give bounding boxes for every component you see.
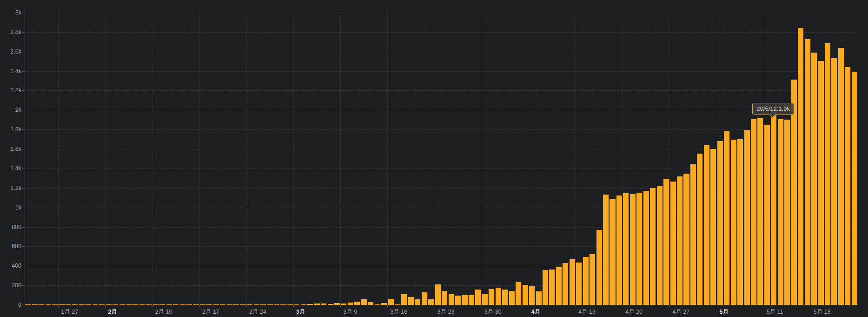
x-axis-label: 1月 27 [61, 308, 78, 316]
h-gridline [25, 110, 858, 110]
bar[interactable] [771, 117, 776, 305]
bar[interactable] [751, 119, 756, 305]
bar[interactable] [670, 182, 676, 305]
bar[interactable] [643, 191, 649, 305]
bar[interactable] [852, 72, 857, 305]
bar[interactable] [697, 154, 702, 305]
bar[interactable] [408, 297, 414, 305]
bar[interactable] [422, 292, 427, 305]
bar[interactable] [704, 145, 709, 305]
y-axis-label: 1.8k [1, 127, 21, 132]
bar[interactable] [805, 39, 810, 305]
bar[interactable] [489, 289, 494, 305]
bar[interactable] [724, 131, 729, 305]
bar[interactable] [455, 296, 461, 305]
x-axis-label: 3月 23 [437, 308, 455, 316]
bar[interactable] [657, 186, 663, 305]
y-axis-label: 3k [1, 10, 21, 15]
v-gridline [576, 13, 576, 305]
bar-chart: 02004006008001k1.2k1.4k1.6k1.8k2k2.2k2.4… [0, 0, 868, 317]
bar[interactable] [683, 174, 689, 305]
x-axis-label: 4月 [531, 308, 540, 316]
bar[interactable] [543, 270, 548, 305]
bar[interactable] [449, 294, 454, 305]
bar[interactable] [576, 263, 582, 305]
bar[interactable] [818, 61, 823, 305]
h-gridline [25, 129, 858, 130]
v-gridline [152, 13, 153, 305]
bar[interactable] [650, 188, 656, 305]
bar[interactable] [529, 286, 535, 305]
x-axis-label: 5月 [720, 308, 729, 316]
bar[interactable] [737, 139, 743, 305]
bar[interactable] [677, 176, 682, 305]
bar[interactable] [731, 140, 736, 305]
h-gridline [25, 52, 858, 52]
bar[interactable] [462, 295, 468, 305]
bar[interactable] [784, 120, 790, 305]
bar[interactable] [536, 291, 542, 305]
bar[interactable] [630, 194, 636, 305]
bar[interactable] [663, 179, 669, 305]
y-axis-label: 2.4k [1, 68, 21, 74]
bar[interactable] [509, 291, 515, 305]
y-axis-label: 600 [1, 243, 21, 249]
bar[interactable] [415, 299, 420, 305]
bar[interactable] [623, 193, 629, 305]
y-axis-label: 1.4k [1, 166, 21, 171]
bar[interactable] [549, 270, 555, 305]
bar[interactable] [764, 125, 770, 305]
y-axis-label: 800 [1, 224, 21, 230]
bar[interactable] [502, 290, 508, 305]
bar[interactable] [570, 259, 575, 305]
bar[interactable] [845, 67, 850, 305]
h-gridline [25, 71, 858, 72]
bar[interactable] [516, 282, 521, 305]
h-gridline [25, 90, 858, 91]
bar[interactable] [690, 164, 696, 305]
x-axis-label: 2月 10 [155, 308, 172, 316]
y-axis-label: 0 [1, 302, 21, 308]
x-axis-label: 4月 20 [625, 308, 643, 316]
bar[interactable] [757, 118, 763, 305]
bar[interactable] [482, 294, 488, 305]
bar[interactable] [616, 196, 622, 305]
bar[interactable] [717, 141, 723, 305]
x-axis-label: 3月 [296, 308, 305, 316]
bar[interactable] [523, 285, 528, 305]
bar[interactable] [556, 267, 562, 305]
bar[interactable] [469, 295, 474, 305]
bar[interactable] [636, 193, 642, 305]
bar[interactable] [831, 58, 837, 305]
bar[interactable] [388, 299, 394, 305]
x-axis-label: 5月 18 [814, 308, 831, 316]
x-axis-label: 4月 27 [672, 308, 689, 316]
bar[interactable] [583, 257, 589, 305]
bar[interactable] [361, 299, 367, 305]
bar[interactable] [442, 291, 447, 305]
bar[interactable] [603, 195, 609, 305]
bar[interactable] [354, 302, 360, 305]
bar[interactable] [798, 28, 803, 305]
bar[interactable] [475, 290, 481, 305]
bar[interactable] [435, 284, 441, 305]
bar[interactable] [590, 254, 595, 305]
bar[interactable] [744, 130, 750, 305]
bar[interactable] [596, 230, 602, 305]
bar[interactable] [401, 294, 407, 305]
bar[interactable] [825, 43, 830, 305]
bar[interactable] [838, 48, 844, 305]
bar[interactable] [428, 299, 434, 305]
x-axis-label: 2月 [108, 308, 117, 316]
bar[interactable] [778, 119, 783, 305]
bar[interactable] [563, 263, 568, 305]
bar[interactable] [710, 149, 716, 305]
v-gridline [435, 13, 435, 305]
bar[interactable] [610, 199, 615, 305]
v-gridline [387, 13, 388, 305]
bar[interactable] [811, 53, 817, 305]
bar[interactable] [496, 288, 501, 305]
h-gridline [25, 32, 858, 33]
x-axis-label: 3月 30 [484, 308, 502, 316]
x-axis-label: 3月 16 [390, 308, 407, 316]
